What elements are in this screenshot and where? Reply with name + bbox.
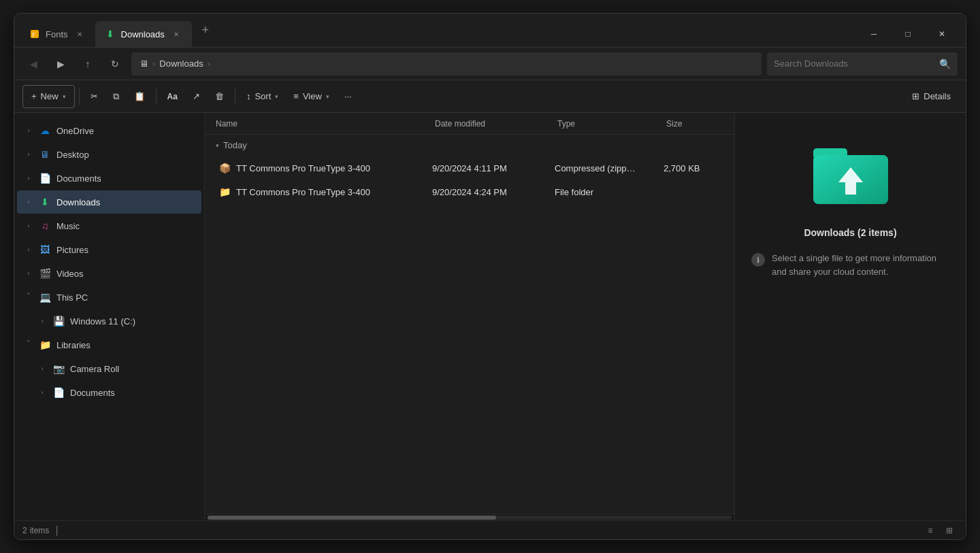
new-chevron-icon: ▾ [63, 93, 66, 100]
col-size[interactable]: Size [661, 119, 729, 129]
documents2-icon: 📄 [52, 386, 65, 399]
new-button[interactable]: + New ▾ [22, 85, 75, 108]
search-bar[interactable]: 🔍 [767, 52, 958, 76]
details-info: ℹ Select a single file to get more infor… [746, 252, 955, 278]
refresh-button[interactable]: ↻ [104, 53, 126, 75]
sidebar-item-windowsc[interactable]: › 💾 Windows 11 (C:) [17, 309, 201, 333]
group-today-label: Today [223, 140, 247, 150]
status-items-label: items [30, 526, 50, 535]
back-button[interactable]: ◀ [22, 53, 44, 75]
folder-icon: 📁 [218, 186, 231, 198]
sidebar-item-downloads[interactable]: › ⬇ Downloads [17, 190, 201, 214]
maximize-button[interactable]: □ [892, 24, 924, 44]
tab-fonts[interactable]: F Fonts ✕ [20, 21, 95, 47]
sidebar-item-documents2[interactable]: › 📄 Documents [17, 381, 201, 404]
sidebar-item-pictures-label: Pictures [56, 245, 88, 255]
videos-icon: 🎬 [39, 267, 51, 280]
svg-text:F: F [32, 31, 35, 38]
toolbar-divider-1 [79, 88, 80, 105]
file-name-text: TT Commons Pro TrueType 3-400 [236, 187, 370, 197]
up-button[interactable]: ↑ [77, 53, 99, 75]
cut-button[interactable]: ✂ [84, 85, 105, 108]
new-icon: + [31, 91, 37, 101]
paste-icon: 📋 [134, 91, 145, 101]
rename-icon: Aa [167, 92, 178, 101]
breadcrumb-sep2: › [208, 58, 210, 69]
file-type-cell: Compressed (zipp… [549, 163, 658, 173]
file-name-text: TT Commons Pro TrueType 3-400 [236, 163, 370, 173]
file-date-cell: 9/20/2024 4:11 PM [427, 163, 549, 173]
col-date[interactable]: Date modified [429, 119, 552, 129]
scrollbar-thumb[interactable] [208, 516, 496, 520]
details-title: Downloads (2 items) [804, 227, 896, 238]
view-button[interactable]: ≡ View ▾ [287, 85, 336, 108]
breadcrumb-pc-icon: 🖥 [140, 58, 148, 69]
sidebar-item-thispc-label: This PC [56, 292, 88, 303]
sidebar-item-videos[interactable]: › 🎬 Videos [17, 262, 201, 285]
view-icon: ≡ [293, 91, 299, 101]
grid-view-button[interactable]: ⊞ [941, 522, 958, 539]
chevron-right-icon: › [24, 222, 33, 229]
table-row[interactable]: 📦 TT Commons Pro TrueType 3-400 9/20/202… [208, 156, 732, 180]
list-view-button[interactable]: ≡ [922, 522, 938, 539]
close-button[interactable]: ✕ [926, 24, 958, 44]
details-button[interactable]: ⊞ Details [905, 85, 958, 108]
status-separator: │ [54, 526, 60, 535]
horizontal-scrollbar[interactable] [205, 514, 734, 520]
main-content: › ☁ OneDrive › 🖥 Desktop › 📄 Documents ›… [14, 113, 966, 520]
status-bar: 2 items │ ≡ ⊞ [14, 520, 966, 539]
chevron-right-icon: › [24, 246, 33, 253]
file-type-cell: File folder [549, 187, 658, 197]
more-button[interactable]: ··· [338, 85, 359, 108]
share-button[interactable]: ↗ [186, 85, 207, 108]
table-row[interactable]: 📁 TT Commons Pro TrueType 3-400 9/20/202… [208, 180, 732, 203]
sort-chevron-icon: ▾ [275, 93, 278, 100]
file-area: Name Date modified Type Size ▾ Today 📦 T… [205, 113, 734, 520]
sidebar-item-music[interactable]: › ♫ Music [17, 214, 201, 237]
copy-icon: ⧉ [113, 91, 119, 102]
tab-downloads[interactable]: ⬇ Downloads ✕ [95, 21, 192, 47]
sidebar-item-downloads-label: Downloads [56, 197, 100, 207]
delete-icon: 🗑 [215, 91, 224, 101]
sidebar-item-cameraroll[interactable]: › 📷 Camera Roll [17, 357, 201, 380]
tab-downloads-close[interactable]: ✕ [170, 28, 182, 40]
sidebar-item-pictures[interactable]: › 🖼 Pictures [17, 238, 201, 261]
group-chevron-icon: ▾ [216, 142, 219, 149]
minimize-button[interactable]: ─ [858, 24, 889, 44]
sidebar-item-desktop[interactable]: › 🖥 Desktop [17, 143, 201, 166]
sidebar-item-libraries[interactable]: › 📁 Libraries [17, 333, 201, 356]
forward-button[interactable]: ▶ [50, 53, 71, 75]
sort-button[interactable]: ↕ Sort ▾ [240, 85, 285, 108]
sort-icon: ↕ [246, 91, 251, 101]
chevron-down-icon: › [25, 340, 32, 350]
info-icon: ℹ [751, 253, 765, 267]
sidebar-item-thispc[interactable]: › 💻 This PC [17, 286, 201, 309]
tab-fonts-label: Fonts [46, 29, 68, 39]
chevron-right-icon: › [37, 365, 47, 372]
sidebar-item-documents[interactable]: › 📄 Documents [17, 167, 201, 190]
desktop-icon: 🖥 [39, 148, 51, 161]
zip-icon: 📦 [218, 162, 231, 174]
paste-button[interactable]: 📋 [127, 85, 152, 108]
delete-button[interactable]: 🗑 [208, 85, 231, 108]
sidebar-item-libraries-label: Libraries [56, 340, 91, 350]
column-headers: Name Date modified Type Size [205, 113, 734, 135]
sidebar-item-desktop-label: Desktop [56, 150, 89, 160]
col-type[interactable]: Type [552, 119, 661, 129]
chevron-right-icon: › [37, 389, 47, 396]
tab-list: F Fonts ✕ ⬇ Downloads ✕ + [14, 14, 858, 47]
search-input[interactable] [774, 58, 934, 69]
col-name[interactable]: Name [210, 119, 429, 129]
new-tab-button[interactable]: + [195, 20, 216, 41]
tab-fonts-close[interactable]: ✕ [74, 28, 86, 40]
sidebar: › ☁ OneDrive › 🖥 Desktop › 📄 Documents ›… [14, 113, 205, 520]
rename-button[interactable]: Aa [161, 85, 184, 108]
breadcrumb[interactable]: 🖥 › Downloads › [131, 52, 762, 76]
window-controls: ─ □ ✕ [858, 14, 966, 47]
chevron-right-icon: › [24, 127, 33, 134]
new-label: New [41, 91, 59, 101]
sidebar-item-onedrive[interactable]: › ☁ OneDrive [17, 119, 201, 142]
group-today: ▾ Today [205, 135, 734, 156]
more-icon: ··· [344, 91, 352, 101]
copy-button[interactable]: ⧉ [106, 85, 126, 108]
